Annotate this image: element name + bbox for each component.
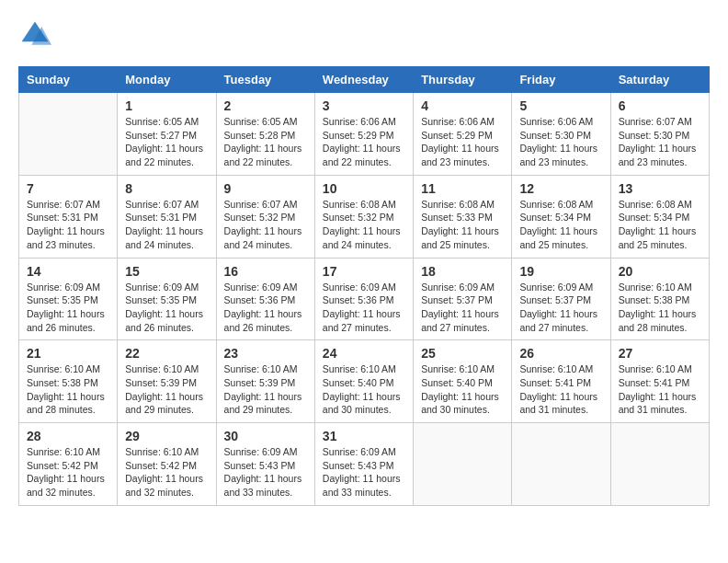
calendar-cell: 2Sunrise: 6:05 AM Sunset: 5:28 PM Daylig… [216, 93, 314, 176]
day-number: 4 [421, 98, 504, 113]
day-number: 7 [27, 181, 109, 196]
day-number: 3 [323, 98, 405, 113]
day-info: Sunrise: 6:06 AM Sunset: 5:29 PM Dayligh… [323, 115, 405, 169]
calendar-cell: 10Sunrise: 6:08 AM Sunset: 5:32 PM Dayli… [314, 175, 413, 258]
day-number: 12 [519, 181, 602, 196]
day-info: Sunrise: 6:05 AM Sunset: 5:28 PM Dayligh… [224, 115, 307, 169]
day-number: 16 [224, 264, 307, 279]
day-number: 8 [125, 181, 208, 196]
day-info: Sunrise: 6:07 AM Sunset: 5:32 PM Dayligh… [224, 198, 307, 252]
calendar-cell: 24Sunrise: 6:10 AM Sunset: 5:40 PM Dayli… [314, 340, 413, 423]
calendar-week-5: 28Sunrise: 6:10 AM Sunset: 5:42 PM Dayli… [19, 423, 710, 506]
day-number: 19 [519, 264, 602, 279]
day-info: Sunrise: 6:06 AM Sunset: 5:30 PM Dayligh… [519, 115, 602, 169]
day-number: 2 [224, 98, 307, 113]
day-number: 10 [323, 181, 405, 196]
day-info: Sunrise: 6:10 AM Sunset: 5:40 PM Dayligh… [323, 362, 405, 417]
calendar-cell: 19Sunrise: 6:09 AM Sunset: 5:37 PM Dayli… [512, 258, 610, 340]
calendar-header-saturday: Saturday [610, 67, 709, 93]
calendar-cell: 21Sunrise: 6:10 AM Sunset: 5:38 PM Dayli… [19, 340, 118, 423]
day-number: 22 [125, 346, 208, 361]
day-number: 15 [125, 264, 208, 279]
day-info: Sunrise: 6:08 AM Sunset: 5:32 PM Dayligh… [323, 198, 405, 252]
day-number: 11 [421, 181, 504, 196]
calendar-cell: 20Sunrise: 6:10 AM Sunset: 5:38 PM Dayli… [610, 258, 709, 340]
day-number: 27 [619, 346, 701, 361]
day-number: 23 [224, 346, 307, 361]
day-info: Sunrise: 6:10 AM Sunset: 5:40 PM Dayligh… [421, 362, 504, 417]
day-info: Sunrise: 6:05 AM Sunset: 5:27 PM Dayligh… [125, 115, 208, 169]
day-info: Sunrise: 6:09 AM Sunset: 5:37 PM Dayligh… [421, 281, 504, 335]
day-info: Sunrise: 6:09 AM Sunset: 5:37 PM Dayligh… [519, 281, 602, 335]
calendar-cell: 23Sunrise: 6:10 AM Sunset: 5:39 PM Dayli… [216, 340, 314, 423]
calendar-cell: 8Sunrise: 6:07 AM Sunset: 5:31 PM Daylig… [118, 175, 216, 258]
day-info: Sunrise: 6:10 AM Sunset: 5:39 PM Dayligh… [224, 362, 307, 417]
calendar-header-thursday: Thursday [414, 67, 512, 93]
calendar-cell [610, 423, 709, 506]
day-info: Sunrise: 6:07 AM Sunset: 5:30 PM Dayligh… [619, 115, 701, 169]
day-number: 17 [323, 264, 405, 279]
day-info: Sunrise: 6:10 AM Sunset: 5:41 PM Dayligh… [619, 362, 701, 417]
day-info: Sunrise: 6:07 AM Sunset: 5:31 PM Dayligh… [125, 198, 208, 252]
calendar-cell: 27Sunrise: 6:10 AM Sunset: 5:41 PM Dayli… [610, 340, 709, 423]
calendar-header-wednesday: Wednesday [314, 67, 413, 93]
calendar-header-monday: Monday [118, 67, 216, 93]
day-info: Sunrise: 6:10 AM Sunset: 5:42 PM Dayligh… [125, 445, 208, 500]
calendar-cell: 1Sunrise: 6:05 AM Sunset: 5:27 PM Daylig… [118, 93, 216, 176]
day-number: 20 [619, 264, 701, 279]
calendar-cell: 13Sunrise: 6:08 AM Sunset: 5:34 PM Dayli… [610, 175, 709, 258]
calendar-header-tuesday: Tuesday [216, 67, 314, 93]
calendar-cell: 22Sunrise: 6:10 AM Sunset: 5:39 PM Dayli… [118, 340, 216, 423]
calendar-cell: 4Sunrise: 6:06 AM Sunset: 5:29 PM Daylig… [414, 93, 512, 176]
day-number: 1 [125, 98, 208, 113]
day-number: 24 [323, 346, 405, 361]
calendar-week-3: 14Sunrise: 6:09 AM Sunset: 5:35 PM Dayli… [19, 258, 710, 340]
calendar-cell: 31Sunrise: 6:09 AM Sunset: 5:43 PM Dayli… [314, 423, 413, 506]
calendar-cell [19, 93, 118, 176]
calendar-cell: 30Sunrise: 6:09 AM Sunset: 5:43 PM Dayli… [216, 423, 314, 506]
day-number: 13 [619, 181, 701, 196]
page-header [18, 18, 710, 52]
calendar-cell: 26Sunrise: 6:10 AM Sunset: 5:41 PM Dayli… [512, 340, 610, 423]
calendar-cell: 5Sunrise: 6:06 AM Sunset: 5:30 PM Daylig… [512, 93, 610, 176]
day-number: 25 [421, 346, 504, 361]
day-info: Sunrise: 6:08 AM Sunset: 5:33 PM Dayligh… [421, 198, 504, 252]
calendar-cell [512, 423, 610, 506]
day-number: 31 [323, 429, 405, 443]
day-number: 18 [421, 264, 504, 279]
day-info: Sunrise: 6:07 AM Sunset: 5:31 PM Dayligh… [27, 198, 109, 252]
day-info: Sunrise: 6:08 AM Sunset: 5:34 PM Dayligh… [619, 198, 701, 252]
day-info: Sunrise: 6:06 AM Sunset: 5:29 PM Dayligh… [421, 115, 504, 169]
day-number: 5 [519, 98, 602, 113]
day-info: Sunrise: 6:09 AM Sunset: 5:36 PM Dayligh… [224, 281, 307, 335]
calendar-cell: 9Sunrise: 6:07 AM Sunset: 5:32 PM Daylig… [216, 175, 314, 258]
day-number: 29 [125, 429, 208, 443]
day-info: Sunrise: 6:09 AM Sunset: 5:43 PM Dayligh… [323, 445, 405, 500]
day-info: Sunrise: 6:09 AM Sunset: 5:43 PM Dayligh… [224, 445, 307, 500]
day-number: 9 [224, 181, 307, 196]
calendar-cell: 17Sunrise: 6:09 AM Sunset: 5:36 PM Dayli… [314, 258, 413, 340]
calendar-header-sunday: Sunday [19, 67, 118, 93]
calendar-cell: 11Sunrise: 6:08 AM Sunset: 5:33 PM Dayli… [414, 175, 512, 258]
calendar-week-2: 7Sunrise: 6:07 AM Sunset: 5:31 PM Daylig… [19, 175, 710, 258]
calendar-cell: 3Sunrise: 6:06 AM Sunset: 5:29 PM Daylig… [314, 93, 413, 176]
day-number: 28 [27, 429, 109, 443]
calendar-cell: 25Sunrise: 6:10 AM Sunset: 5:40 PM Dayli… [414, 340, 512, 423]
calendar-table: SundayMondayTuesdayWednesdayThursdayFrid… [18, 66, 710, 506]
calendar-cell: 15Sunrise: 6:09 AM Sunset: 5:35 PM Dayli… [118, 258, 216, 340]
day-number: 14 [27, 264, 109, 279]
day-number: 6 [619, 98, 701, 113]
calendar-cell [414, 423, 512, 506]
calendar-cell: 12Sunrise: 6:08 AM Sunset: 5:34 PM Dayli… [512, 175, 610, 258]
calendar-cell: 7Sunrise: 6:07 AM Sunset: 5:31 PM Daylig… [19, 175, 118, 258]
day-info: Sunrise: 6:09 AM Sunset: 5:35 PM Dayligh… [27, 281, 109, 335]
day-info: Sunrise: 6:10 AM Sunset: 5:41 PM Dayligh… [519, 362, 602, 417]
day-number: 21 [27, 346, 109, 361]
calendar-cell: 29Sunrise: 6:10 AM Sunset: 5:42 PM Dayli… [118, 423, 216, 506]
calendar-cell: 18Sunrise: 6:09 AM Sunset: 5:37 PM Dayli… [414, 258, 512, 340]
day-info: Sunrise: 6:09 AM Sunset: 5:35 PM Dayligh… [125, 281, 208, 335]
calendar-week-4: 21Sunrise: 6:10 AM Sunset: 5:38 PM Dayli… [19, 340, 710, 423]
day-info: Sunrise: 6:10 AM Sunset: 5:38 PM Dayligh… [619, 281, 701, 335]
day-info: Sunrise: 6:10 AM Sunset: 5:42 PM Dayligh… [27, 445, 109, 500]
calendar-week-1: 1Sunrise: 6:05 AM Sunset: 5:27 PM Daylig… [19, 93, 710, 176]
